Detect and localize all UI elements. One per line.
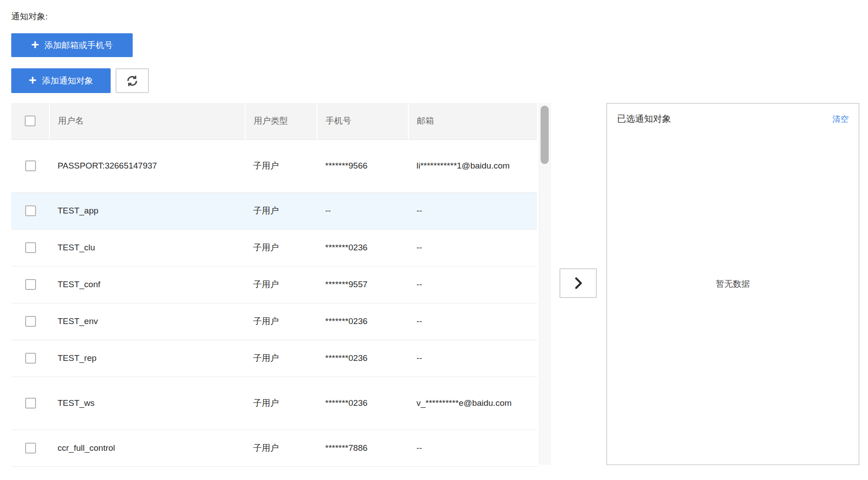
chevron-right-icon	[571, 276, 586, 291]
select-all-checkbox[interactable]	[25, 116, 36, 126]
row-checkbox[interactable]	[25, 242, 36, 253]
table-row[interactable]: TEST_rep子用户*******0236--	[11, 340, 537, 377]
cell-email: --	[408, 266, 537, 303]
add-notify-target-label: 添加通知对象	[42, 75, 93, 87]
plus-icon: +	[29, 73, 37, 87]
cell-username: TEST_clu	[49, 229, 245, 266]
table-header-row: 用户名 用户类型 手机号 邮箱	[11, 103, 537, 139]
cell-phone: *******9566	[317, 139, 408, 192]
cell-phone: *******9557	[317, 266, 408, 303]
empty-text: 暂无数据	[607, 278, 859, 290]
cell-phone: *******7886	[317, 430, 408, 467]
cell-user-type: 子用户	[245, 303, 317, 340]
col-header-user-type: 用户类型	[245, 103, 317, 139]
cell-email: v_**********e@baidu.com	[408, 377, 537, 430]
cell-user-type: 子用户	[245, 229, 317, 266]
cell-username: TEST_env	[49, 303, 245, 340]
refresh-button[interactable]	[116, 68, 149, 93]
table-row[interactable]: ccr_full_control子用户*******7886--	[11, 430, 537, 467]
cell-username: TEST_ws	[49, 377, 245, 430]
cell-email: li***********1@baidu.com	[408, 139, 537, 192]
add-email-phone-label: 添加邮箱或手机号	[45, 40, 113, 51]
table-row[interactable]: PASSPORT:32665147937子用户*******9566li****…	[11, 139, 537, 192]
refresh-icon	[125, 74, 139, 88]
cell-phone: --	[317, 192, 408, 229]
plus-icon: +	[31, 38, 39, 51]
table-row[interactable]: TEST_app子用户----	[11, 192, 537, 229]
user-table-body: PASSPORT:32665147937子用户*******9566li****…	[11, 139, 537, 467]
add-notify-target-button[interactable]: + 添加通知对象	[11, 68, 111, 93]
cell-checkbox	[11, 266, 49, 303]
row-checkbox[interactable]	[25, 160, 36, 171]
table-row[interactable]: TEST_env子用户*******0236--	[11, 303, 537, 340]
col-header-email: 邮箱	[408, 103, 537, 139]
cell-user-type: 子用户	[245, 340, 317, 377]
cell-phone: *******0236	[317, 377, 408, 430]
cell-checkbox	[11, 139, 49, 192]
cell-user-type: 子用户	[245, 139, 317, 192]
cell-phone: *******0236	[317, 229, 408, 266]
table-scrollbar-track[interactable]	[539, 103, 550, 465]
table-row[interactable]: TEST_ws子用户*******0236v_**********e@baidu…	[11, 377, 537, 430]
table-row[interactable]: TEST_clu子用户*******0236--	[11, 229, 537, 266]
cell-checkbox	[11, 340, 49, 377]
row-checkbox[interactable]	[25, 316, 36, 327]
cell-username: TEST_app	[49, 192, 245, 229]
cell-email: --	[408, 229, 537, 266]
table-scrollbar-thumb[interactable]	[541, 106, 549, 164]
col-header-phone: 手机号	[317, 103, 408, 139]
cell-username: ccr_full_control	[49, 430, 245, 467]
move-right-button[interactable]	[559, 268, 597, 298]
panel-title: 已选通知对象	[617, 113, 671, 125]
row-checkbox[interactable]	[25, 353, 36, 364]
cell-checkbox	[11, 229, 49, 266]
cell-email: --	[408, 303, 537, 340]
selected-panel-header: 已选通知对象 清空	[607, 104, 859, 125]
cell-checkbox	[11, 377, 49, 430]
cell-email: --	[408, 430, 537, 467]
cell-phone: *******0236	[317, 340, 408, 377]
row-checkbox[interactable]	[25, 398, 36, 409]
add-email-phone-button[interactable]: + 添加邮箱或手机号	[11, 33, 133, 57]
cell-phone: *******0236	[317, 303, 408, 340]
row-checkbox[interactable]	[25, 443, 36, 453]
cell-user-type: 子用户	[245, 377, 317, 430]
cell-checkbox	[11, 303, 49, 340]
header-cell-checkbox	[11, 103, 49, 139]
row-checkbox[interactable]	[25, 205, 36, 216]
field-label: 通知对象:	[11, 11, 48, 22]
cell-user-type: 子用户	[245, 266, 317, 303]
cell-email: --	[408, 192, 537, 229]
cell-email: --	[408, 340, 537, 377]
table-row[interactable]: TEST_conf子用户*******9557--	[11, 266, 537, 303]
cell-user-type: 子用户	[245, 430, 317, 467]
cell-username: TEST_rep	[49, 340, 245, 377]
cell-checkbox	[11, 430, 49, 467]
col-header-username: 用户名	[49, 103, 245, 139]
selected-panel: 已选通知对象 清空 暂无数据	[606, 103, 859, 465]
cell-username: TEST_conf	[49, 266, 245, 303]
cell-checkbox	[11, 192, 49, 229]
row-checkbox[interactable]	[25, 279, 36, 290]
cell-user-type: 子用户	[245, 192, 317, 229]
clear-link[interactable]: 清空	[832, 114, 849, 124]
user-table: 用户名 用户类型 手机号 邮箱 PASSPORT:32665147937子用户*…	[11, 103, 537, 480]
cell-username: PASSPORT:32665147937	[49, 139, 245, 192]
